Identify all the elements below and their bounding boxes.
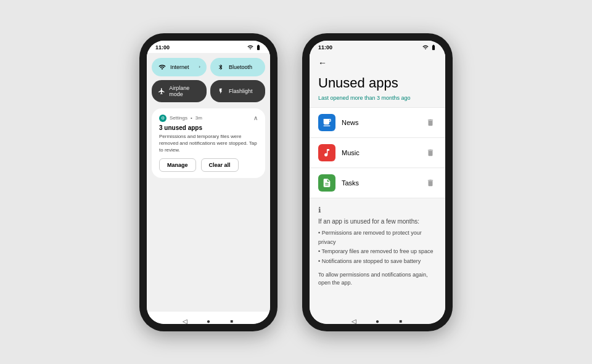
chevron-right-icon: › bbox=[199, 64, 200, 70]
ua-toolbar: ← bbox=[310, 53, 445, 70]
airplane-icon bbox=[158, 87, 165, 95]
battery-status-icon-2 bbox=[430, 44, 437, 51]
battery-status-icon bbox=[255, 44, 261, 51]
info-icon: ℹ bbox=[318, 206, 437, 214]
delete-news-button[interactable] bbox=[424, 116, 437, 129]
recents-nav-icon-2: ■ bbox=[400, 318, 403, 324]
wifi-icon bbox=[158, 63, 166, 71]
home-nav-button-2[interactable]: ● bbox=[373, 317, 382, 324]
status-bar-1: 11:00 bbox=[147, 41, 270, 53]
news-icon bbox=[322, 118, 332, 127]
qs-flashlight-label: Flashlight bbox=[229, 88, 253, 94]
notif-header: ⚙ Settings • 3m ∧ bbox=[159, 115, 258, 122]
notification-card[interactable]: ⚙ Settings • 3m ∧ 3 unused apps Permissi… bbox=[152, 108, 265, 179]
delete-icon-3 bbox=[426, 179, 435, 187]
app-item-music[interactable]: Music bbox=[310, 138, 445, 168]
back-button[interactable]: ← bbox=[318, 58, 437, 68]
phone-1: 11:00 Internet › bbox=[139, 33, 278, 331]
qs-tile-flashlight[interactable]: Flashlight bbox=[210, 80, 265, 102]
qs-tile-internet[interactable]: Internet › bbox=[152, 58, 207, 76]
phone-1-screen: 11:00 Internet › bbox=[147, 41, 270, 324]
notif-body: Permissions and temporary files were rem… bbox=[159, 133, 258, 154]
notif-actions: Manage Clear all bbox=[159, 158, 258, 172]
time-1: 11:00 bbox=[155, 44, 170, 51]
clear-all-button[interactable]: Clear all bbox=[201, 158, 239, 172]
bluetooth-icon bbox=[216, 63, 225, 71]
delete-music-button[interactable] bbox=[424, 147, 437, 159]
notif-title: 3 unused apps bbox=[159, 124, 258, 131]
app-list: News Music bbox=[310, 107, 445, 198]
time-2: 11:00 bbox=[318, 44, 332, 51]
status-icons-2 bbox=[422, 44, 437, 51]
qs-airplane-label: Airplane mode bbox=[169, 85, 200, 97]
tasks-icon bbox=[322, 178, 332, 188]
ua-page-title: Unused apps bbox=[310, 70, 445, 95]
expand-icon[interactable]: ∧ bbox=[253, 115, 258, 121]
qs-tile-bluetooth[interactable]: Bluetooth bbox=[210, 58, 265, 76]
ua-info-section: ℹ If an app is unused for a few months: … bbox=[310, 198, 445, 294]
home-nav-icon: ● bbox=[207, 318, 210, 324]
tasks-app-name: Tasks bbox=[342, 179, 418, 187]
delete-icon-2 bbox=[426, 148, 435, 157]
ua-info-footer: To allow permissions and notifications a… bbox=[318, 271, 437, 286]
qs-tiles-grid: Internet › Bluetooth Airplane mode bbox=[152, 58, 265, 102]
phone-2: 11:00 ← Unused apps Last opened more tha… bbox=[302, 33, 453, 331]
status-icons-1 bbox=[247, 44, 261, 51]
delete-icon bbox=[426, 118, 435, 127]
recents-nav-button[interactable]: ■ bbox=[228, 317, 236, 324]
qs-tile-airplane[interactable]: Airplane mode bbox=[152, 80, 207, 102]
news-app-icon bbox=[318, 114, 335, 131]
nav-bar-1: ◁ ● ■ bbox=[147, 312, 270, 324]
settings-app-icon: ⚙ bbox=[159, 115, 166, 122]
notif-app-name: Settings bbox=[170, 115, 187, 121]
notif-time: 3m bbox=[195, 115, 202, 121]
music-icon bbox=[322, 148, 332, 158]
news-app-name: News bbox=[342, 119, 418, 126]
back-nav-button-2[interactable]: ◁ bbox=[350, 317, 358, 324]
app-item-tasks[interactable]: Tasks bbox=[310, 168, 445, 198]
flashlight-icon bbox=[216, 87, 225, 95]
tasks-app-icon bbox=[318, 174, 335, 192]
qs-internet-label: Internet bbox=[170, 64, 189, 70]
ua-info-bullets: • Permissions are removed to protect you… bbox=[318, 229, 437, 266]
home-nav-icon-2: ● bbox=[376, 318, 379, 324]
back-nav-icon: ◁ bbox=[183, 318, 187, 324]
recents-nav-icon: ■ bbox=[231, 318, 234, 324]
notif-app-info: ⚙ Settings • 3m bbox=[159, 115, 202, 122]
home-nav-button[interactable]: ● bbox=[204, 317, 213, 324]
wifi-status-icon-2 bbox=[422, 44, 429, 51]
ua-info-title: If an app is unused for a few months: bbox=[318, 218, 437, 225]
notif-separator: • bbox=[191, 115, 192, 121]
back-nav-icon-2: ◁ bbox=[352, 318, 356, 324]
qs-bluetooth-label: Bluetooth bbox=[229, 64, 252, 70]
status-bar-2: 11:00 bbox=[310, 41, 445, 53]
music-app-name: Music bbox=[342, 149, 418, 156]
nav-bar-2: ◁ ● ■ bbox=[310, 312, 445, 324]
recents-nav-button-2[interactable]: ■ bbox=[397, 317, 405, 324]
music-app-icon bbox=[318, 144, 335, 161]
manage-button[interactable]: Manage bbox=[159, 158, 196, 172]
back-nav-button[interactable]: ◁ bbox=[181, 317, 189, 324]
wifi-status-icon bbox=[247, 44, 253, 51]
app-item-news[interactable]: News bbox=[310, 107, 445, 138]
phone-2-screen: 11:00 ← Unused apps Last opened more tha… bbox=[310, 41, 445, 324]
delete-tasks-button[interactable] bbox=[424, 177, 437, 189]
ua-subtitle: Last opened more than 3 months ago bbox=[310, 95, 445, 107]
unused-apps-content: ← Unused apps Last opened more than 3 mo… bbox=[310, 53, 445, 312]
quick-settings-panel: Internet › Bluetooth Airplane mode bbox=[147, 53, 270, 312]
